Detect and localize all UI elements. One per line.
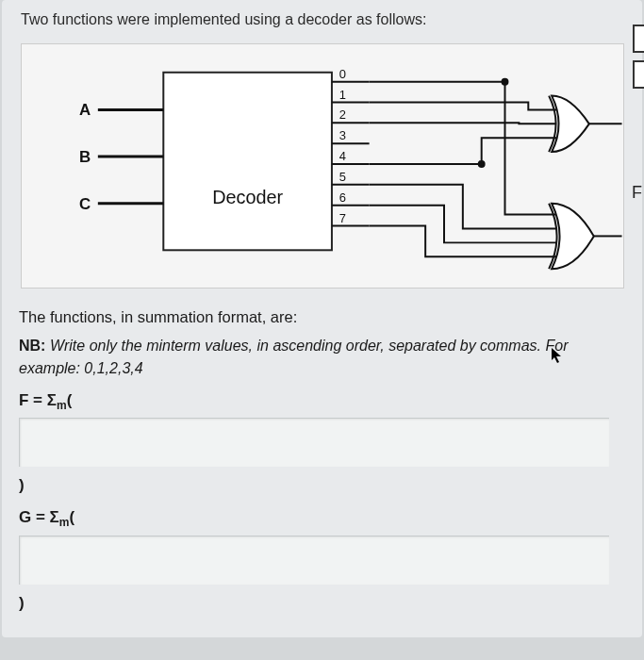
nb-body: Write only the minterm values, in ascend…: [19, 338, 568, 376]
svg-text:3: 3: [339, 128, 345, 142]
answer-input-f[interactable]: [19, 418, 609, 467]
cursor-icon: [551, 347, 564, 367]
question-title: Two functions were implemented using a d…: [19, 11, 625, 28]
wiring-to-f: [369, 103, 555, 167]
close-paren-f: ): [19, 476, 625, 495]
svg-rect-0: [163, 73, 332, 251]
side-label-f: F: [632, 183, 642, 203]
svg-text:7: 7: [339, 211, 345, 225]
close-paren-g: ): [19, 594, 625, 613]
svg-text:0: 0: [339, 67, 345, 81]
svg-text:6: 6: [339, 190, 345, 205]
side-crop-boxes: [633, 25, 644, 91]
nb-label: NB:: [19, 338, 45, 354]
decoder-block-label: Decoder: [212, 187, 283, 207]
description-text: The functions, in summation format, are:: [19, 305, 625, 329]
svg-point-20: [478, 161, 484, 167]
or-gate-f: [549, 96, 621, 153]
nb-instruction: NB: Write only the minterm values, in as…: [19, 335, 625, 380]
or-gate-g: [549, 204, 621, 269]
svg-text:4: 4: [339, 149, 345, 163]
input-b-label: B: [79, 148, 91, 166]
input-c-label: C: [79, 195, 91, 213]
svg-text:5: 5: [339, 170, 345, 184]
formula-f: F = Σm(: [19, 391, 625, 412]
svg-text:2: 2: [339, 107, 345, 122]
decoder-outputs: 0 1 2 3 4 5 6 7: [331, 67, 369, 226]
svg-text:1: 1: [339, 88, 345, 102]
input-a-label: A: [79, 101, 91, 119]
svg-point-21: [502, 79, 507, 85]
formula-g: G = Σm(: [19, 508, 625, 529]
answer-input-g[interactable]: [19, 536, 609, 585]
decoder-diagram: Decoder A B C 0 1 2 3 4 5: [21, 43, 624, 289]
